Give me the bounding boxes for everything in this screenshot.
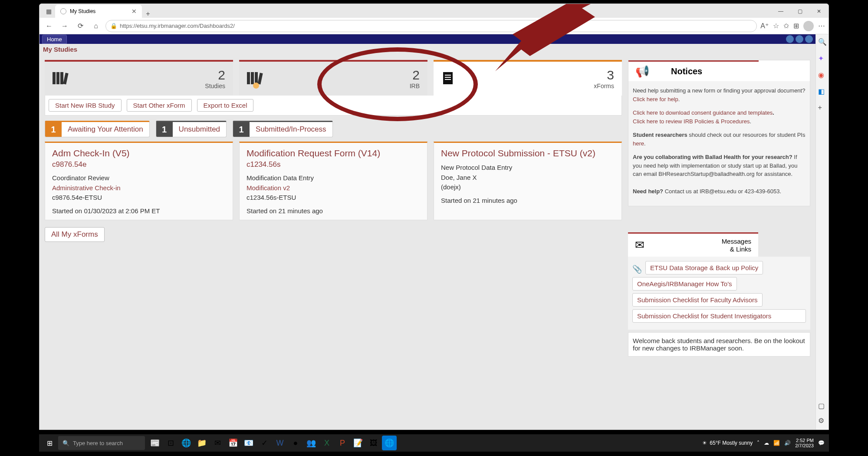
xform-card[interactable]: New Protocol Submission - ETSU (v2) New … (434, 142, 622, 220)
help-icon[interactable] (786, 35, 794, 43)
student-link[interactable]: here (633, 140, 644, 147)
news-icon[interactable]: 📰 (148, 436, 162, 450)
collections-icon[interactable]: ⊞ (793, 22, 799, 30)
edge-icon[interactable]: 🌐 (382, 436, 397, 450)
card-line: c1234.56s-ETSU (247, 193, 420, 203)
calendar-icon[interactable]: 📅 (226, 436, 240, 450)
todo-icon[interactable]: ✓ (257, 436, 272, 450)
start-button[interactable]: ⊞ (41, 434, 58, 452)
link-item[interactable]: ETSU Data Storage & Back up Policy (645, 261, 763, 274)
taskbar-search[interactable]: 🔍 Type here to search (58, 436, 145, 450)
chrome-icon[interactable]: 🌐 (179, 436, 194, 450)
link-item[interactable]: Submission Checklist for Student Investi… (632, 309, 806, 323)
help-link[interactable]: Click here for help (633, 96, 678, 102)
browser-tab[interactable]: My Studies ✕ (55, 5, 142, 18)
outlook-app-icon[interactable]: 📧 (241, 436, 256, 450)
favorites-bar-icon[interactable]: ✩ (783, 22, 789, 30)
zoom-icon[interactable]: ● (288, 436, 303, 450)
envelope-icon: ✉ (635, 238, 644, 252)
card-line: c9876.54e-ETSU (52, 193, 226, 203)
studies-tile[interactable]: 2 Studies (45, 60, 233, 96)
xform-card[interactable]: Adm Check-In (V5) c9876.54e Coordinator … (45, 142, 233, 220)
new-tab-button[interactable]: + (142, 10, 154, 18)
add-sidebar-icon[interactable]: + (818, 104, 827, 112)
explorer-icon[interactable]: 📁 (194, 436, 209, 450)
messages-title-2: & Links (722, 245, 751, 253)
start-irb-button[interactable]: Start New IRB Study (49, 99, 122, 112)
sun-icon: ☀ (702, 440, 707, 446)
powerpoint-icon[interactable]: P (335, 436, 350, 450)
url-input[interactable]: 🔒 https://etsu.my.irbmanager.com/Dashboa… (105, 20, 757, 32)
tray-chevron-icon[interactable]: ˄ (757, 440, 760, 446)
notice-text: Contact us at IRB@etsu.edu or 423-439-60… (665, 188, 781, 195)
outlook-icon[interactable]: ◧ (818, 87, 827, 96)
notifications-icon[interactable]: 💬 (818, 440, 825, 446)
profile-icon[interactable] (803, 21, 814, 31)
copilot-icon[interactable]: ✦ (818, 54, 827, 63)
link-item[interactable]: Submission Checklist for Faculty Advisor… (632, 293, 763, 307)
refresh-button[interactable]: ⟳ (74, 20, 86, 32)
search-icon: 🔍 (62, 440, 69, 446)
sidebar-toggle-icon[interactable]: ▢ (818, 402, 827, 410)
xforms-tile[interactable]: 3 xForms (434, 60, 622, 96)
card-line: Administrative Check-in (52, 183, 226, 193)
irb-tile[interactable]: 2 IRB (239, 60, 427, 96)
notices-panel: 📢 Notices Need help submitting a new for… (628, 60, 810, 206)
export-excel-button[interactable]: Export to Excel (197, 99, 254, 112)
time-text: 2:52 PM (795, 438, 814, 443)
menu-icon[interactable]: ⋯ (818, 22, 825, 30)
back-button[interactable]: ← (43, 20, 55, 32)
excel-icon[interactable]: X (319, 436, 334, 450)
mail-icon[interactable]: ✉ (210, 436, 225, 450)
home-nav-tab[interactable]: Home (42, 35, 67, 44)
read-aloud-icon[interactable]: A⁺ (760, 22, 769, 30)
policies-link[interactable]: Click here to review IRB Policies & Proc… (633, 118, 750, 125)
favorite-icon[interactable]: ☆ (773, 22, 779, 30)
maximize-button[interactable]: ▢ (790, 5, 809, 18)
start-other-xform-button[interactable]: Start Other xForm (127, 99, 192, 112)
system-tray: ☀ 65°F Mostly sunny ˄ ☁ 📶 🔊 2:52 PM 2/7/… (702, 438, 827, 448)
edge-sidebar: 🔍 ✦ ◉ ◧ + ▢ ⚙ (815, 34, 829, 430)
teams-icon[interactable]: 👥 (304, 436, 319, 450)
office-icon[interactable]: ◉ (818, 71, 827, 79)
weather-text: 65°F Mostly sunny (710, 440, 753, 446)
notice-text: Need help submitting a new form or findi… (633, 87, 805, 94)
home-button[interactable]: ⌂ (90, 20, 102, 32)
messages-panel: ✉ Messages & Links 📎 ETSU Data Storage &… (628, 232, 810, 357)
notice-text: Are you collaborating with Ballad Health… (633, 154, 792, 160)
notice-text: Student researchers (633, 132, 687, 138)
minimize-button[interactable]: — (771, 5, 790, 18)
studies-count: 2 (205, 68, 225, 83)
toolbar-icons: A⁺ ☆ ✩ ⊞ ⋯ (760, 21, 825, 31)
notepad-icon[interactable]: 📝 (351, 436, 365, 450)
link-item[interactable]: OneAegis/IRBManager How To's (632, 277, 737, 291)
close-window-button[interactable]: ✕ (809, 5, 829, 18)
xform-card[interactable]: Modification Request Form (V14) c1234.56… (239, 142, 427, 220)
tab-close-icon[interactable]: ✕ (132, 8, 137, 15)
filter-awaiting-label: Awaiting Your Attention (62, 125, 149, 134)
filter-awaiting[interactable]: 1 Awaiting Your Attention (45, 121, 150, 137)
card-row: Adm Check-In (V5) c9876.54e Coordinator … (45, 142, 622, 220)
search-sidebar-icon[interactable]: 🔍 (818, 38, 827, 46)
filter-unsubmitted[interactable]: 1 Unsubmitted (156, 121, 227, 137)
wifi-icon[interactable]: 📶 (773, 440, 780, 446)
weather-widget[interactable]: ☀ 65°F Mostly sunny (702, 440, 753, 446)
tab-actions-icon[interactable]: ▦ (42, 5, 55, 18)
user-icon[interactable] (805, 35, 813, 43)
onedrive-icon[interactable]: ☁ (764, 440, 769, 446)
all-xforms-button[interactable]: All My xForms (45, 227, 105, 242)
task-view-icon[interactable]: ⊡ (163, 436, 178, 450)
search-icon[interactable] (796, 35, 803, 43)
consent-link[interactable]: Click here to download consent guidance … (633, 109, 773, 116)
welcome-message: Welcome back students and researchers. B… (628, 332, 810, 357)
card-line: Modification v2 (247, 183, 420, 193)
filter-submitted[interactable]: 1 Submitted/In-Process (233, 121, 333, 137)
word-icon[interactable]: W (273, 436, 287, 450)
volume-icon[interactable]: 🔊 (784, 440, 791, 446)
taskbar: ⊞ 🔍 Type here to search 📰 ⊡ 🌐 📁 ✉ 📅 📧 ✓ … (39, 434, 829, 452)
photos-icon[interactable]: 🖼 (366, 436, 381, 450)
taskbar-clock[interactable]: 2:52 PM 2/7/2023 (795, 438, 814, 448)
settings-icon[interactable]: ⚙ (818, 416, 827, 425)
card-started: Started on 21 minutes ago (441, 197, 615, 204)
forward-button[interactable]: → (59, 20, 71, 32)
